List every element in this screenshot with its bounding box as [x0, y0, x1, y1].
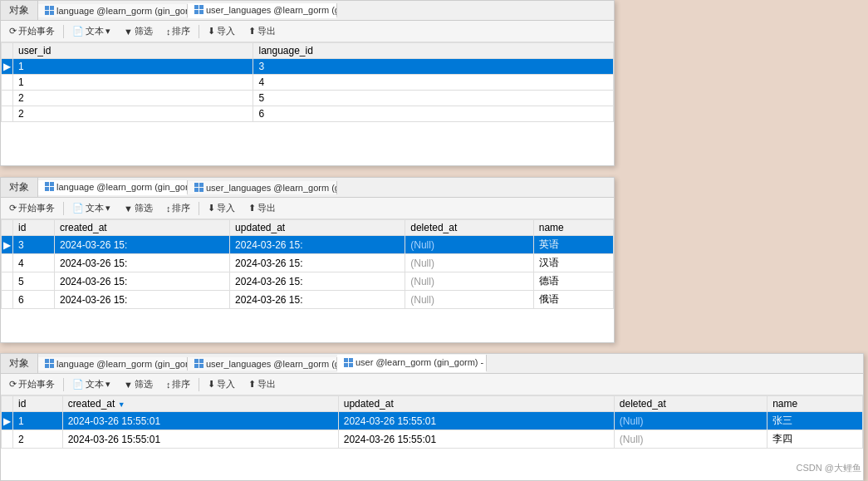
btn-transaction-1[interactable]: ⟳ 开始事务 [4, 23, 60, 39]
table-row[interactable]: 4 2024-03-26 15: 2024-03-26 15: (Null) 汉… [2, 254, 614, 272]
col-language-id[interactable]: language_id [253, 43, 614, 59]
table-container-3: id created_at ▼ updated_at deleted_at na… [1, 395, 863, 449]
transaction-icon-2: ⟳ [9, 203, 17, 214]
col-created-at-3[interactable]: created_at ▼ [62, 396, 338, 412]
export-icon-2: ⬆ [248, 203, 256, 214]
btn-sort-1[interactable]: ↕ 排序 [161, 23, 196, 39]
col-updated-at-3[interactable]: updated_at [338, 396, 614, 412]
panel-user-languages: 对象 language @learn_gorm (gin_gorm) -... … [0, 0, 615, 166]
table-row[interactable]: 5 2024-03-26 15: 2024-03-26 15: (Null) 德… [2, 272, 614, 291]
row-arrow-p2-1: ▶ [2, 236, 13, 254]
cell-name-p3-2: 李四 [767, 430, 863, 449]
grid-icon-2 [194, 5, 204, 14]
sort-icon-3: ↕ [166, 380, 171, 390]
row-arrow-2 [2, 75, 13, 91]
divider-1 [63, 25, 64, 38]
row-arrow-p2-3 [2, 272, 13, 291]
panel-user: 对象 language @learn_gorm (gin_gorm) -... … [0, 353, 864, 481]
btn-transaction-2[interactable]: ⟳ 开始事务 [4, 200, 60, 216]
import-icon-2: ⬇ [208, 203, 215, 214]
cell-lang-id-3: 5 [253, 91, 614, 106]
btn-text-1[interactable]: 📄 文本 ▾ [67, 23, 115, 39]
text-icon-2: 📄 [72, 203, 84, 214]
cell-lang-id-4: 6 [253, 106, 614, 122]
tab-user-languages-2[interactable]: user_languages @learn_gorm (gin_g... [188, 181, 337, 194]
table-row[interactable]: 2 5 [2, 91, 614, 106]
tab-obj-2[interactable]: 对象 [1, 178, 38, 197]
table-row[interactable]: ▶ 3 2024-03-26 15: 2024-03-26 15: (Null)… [2, 236, 614, 254]
row-arrow-3 [2, 91, 13, 106]
cell-user-id-4: 2 [13, 106, 253, 122]
dropdown-arrow-2: ▾ [105, 203, 110, 214]
col-deleted-at-3[interactable]: deleted_at [614, 396, 767, 412]
col-name-2[interactable]: name [533, 220, 613, 236]
cell-created-p2-4: 2024-03-26 15: [54, 291, 229, 309]
cell-deleted-p2-2: (Null) [405, 254, 533, 272]
col-updated-at-2[interactable]: updated_at [230, 220, 405, 236]
table-row[interactable]: 1 4 [2, 75, 614, 91]
table-row[interactable]: ▶ 1 2024-03-26 15:55:01 2024-03-26 15:55… [2, 412, 863, 430]
btn-import-1[interactable]: ⬇ 导入 [203, 23, 240, 39]
text-icon-3: 📄 [72, 379, 84, 390]
col-indicator-3 [2, 396, 13, 412]
col-deleted-at-2[interactable]: deleted_at [405, 220, 533, 236]
table-row[interactable]: ▶ 1 3 [2, 59, 614, 75]
cell-user-id-2: 1 [13, 75, 253, 91]
tab-obj-3[interactable]: 对象 [1, 354, 38, 373]
btn-import-2[interactable]: ⬇ 导入 [203, 200, 240, 216]
btn-filter-2[interactable]: ▼ 筛选 [119, 200, 158, 216]
cell-name-p2-2: 汉语 [533, 254, 613, 272]
filter-icon-3: ▼ [124, 380, 133, 390]
table-row[interactable]: 6 2024-03-26 15: 2024-03-26 15: (Null) 俄… [2, 291, 614, 309]
btn-export-3[interactable]: ⬆ 导出 [243, 376, 281, 392]
divider-6 [199, 378, 199, 391]
cell-created-p2-2: 2024-03-26 15: [54, 254, 229, 272]
tab-language-2[interactable]: language @learn_gorm (gin_gorm) -... [38, 180, 188, 195]
grid-icon-1 [45, 6, 54, 15]
dropdown-arrow-3: ▾ [105, 379, 110, 390]
col-id-3[interactable]: id [13, 396, 63, 412]
cell-updated-p2-3: 2024-03-26 15: [230, 272, 405, 291]
table-row[interactable]: 2 6 [2, 106, 614, 122]
watermark: CSDN @大鲤鱼 [797, 462, 861, 474]
cell-lang-id-1: 3 [253, 59, 614, 75]
btn-text-3[interactable]: 📄 文本 ▾ [67, 376, 115, 392]
btn-filter-1[interactable]: ▼ 筛选 [119, 23, 158, 39]
row-arrow-p2-4 [2, 291, 13, 309]
btn-transaction-3[interactable]: ⟳ 开始事务 [4, 376, 60, 392]
tab-language-3[interactable]: language @learn_gorm (gin_gorm) -... [38, 357, 188, 371]
col-user-id[interactable]: user_id [13, 43, 253, 59]
btn-text-2[interactable]: 📄 文本 ▾ [67, 200, 115, 216]
divider-5 [63, 378, 64, 391]
table-container-1: user_id language_id ▶ 1 3 1 4 2 [1, 42, 614, 122]
cell-name-p2-3: 德语 [533, 272, 613, 291]
transaction-icon-3: ⟳ [9, 379, 17, 390]
filter-icon-1: ▼ [124, 27, 133, 37]
toolbar-2: ⟳ 开始事务 📄 文本 ▾ ▼ 筛选 ↕ 排序 ⬇ 导入 ⬆ 导出 [1, 198, 614, 219]
btn-export-1[interactable]: ⬆ 导出 [243, 23, 281, 39]
cell-updated-p2-4: 2024-03-26 15: [230, 291, 405, 309]
tab-language-1[interactable]: language @learn_gorm (gin_gorm) -... [38, 4, 188, 17]
cell-updated-p2-1: 2024-03-26 15: [230, 236, 405, 254]
tab-user-languages-3[interactable]: user_languages @learn_gorm (gin_g... [188, 357, 337, 371]
btn-sort-3[interactable]: ↕ 排序 [161, 376, 196, 392]
tab-user-3[interactable]: user @learn_gorm (gin_gorm) - 表 [337, 355, 487, 372]
tab-obj-1[interactable]: 对象 [1, 1, 38, 20]
tab-bar-3: 对象 language @learn_gorm (gin_gorm) -... … [1, 354, 863, 374]
col-created-at-2[interactable]: created_at [54, 220, 229, 236]
btn-export-2[interactable]: ⬆ 导出 [243, 200, 281, 216]
cell-id-p2-1: 3 [13, 236, 55, 254]
table-row[interactable]: 2 2024-03-26 15:55:01 2024-03-26 15:55:0… [2, 430, 863, 449]
col-name-3[interactable]: name [767, 396, 863, 412]
cell-id-p3-2: 2 [13, 430, 63, 449]
btn-sort-2[interactable]: ↕ 排序 [161, 200, 196, 216]
cell-created-p2-1: 2024-03-26 15: [54, 236, 229, 254]
btn-import-3[interactable]: ⬇ 导入 [203, 376, 240, 392]
col-id-2[interactable]: id [13, 220, 55, 236]
grid-icon-5 [45, 359, 54, 368]
btn-filter-3[interactable]: ▼ 筛选 [119, 376, 158, 392]
toolbar-1: ⟳ 开始事务 📄 文本 ▾ ▼ 筛选 ↕ 排序 ⬇ 导入 ⬆ 导出 [1, 21, 614, 42]
table-container-2: id created_at updated_at deleted_at name… [1, 219, 614, 309]
tab-user-languages-1[interactable]: user_languages @learn_gorm (gin_g... [188, 3, 337, 18]
toolbar-3: ⟳ 开始事务 📄 文本 ▾ ▼ 筛选 ↕ 排序 ⬇ 导入 ⬆ 导出 [1, 374, 863, 395]
